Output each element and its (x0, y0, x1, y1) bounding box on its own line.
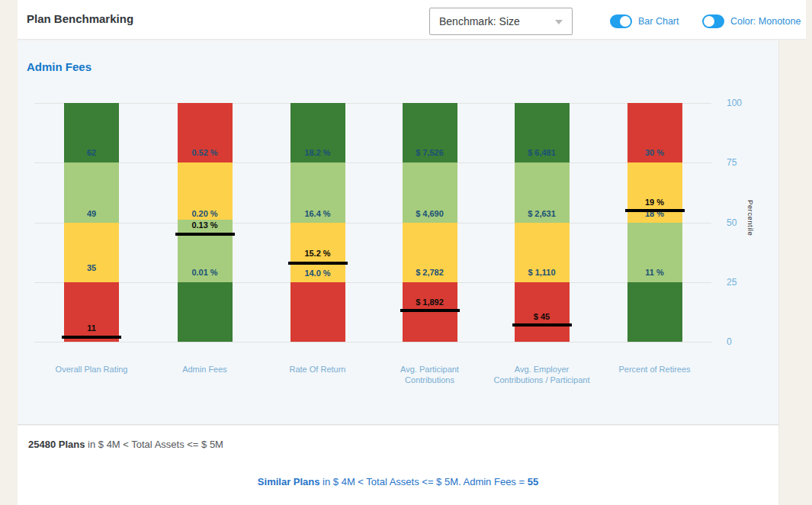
bar-segment-lightgreen[interactable] (64, 162, 119, 222)
bar-segment-yellow[interactable] (515, 223, 570, 282)
color-monotone-toggle-group: Color: Monotone (702, 14, 801, 28)
bar-segment-red[interactable] (178, 103, 233, 162)
bar-chart-toggle-label: Bar Chart (638, 16, 679, 27)
bar-segment-darkgreen[interactable] (515, 103, 570, 162)
header-bar: Plan Benchmarking Benchmark: Size Bar Ch… (18, 0, 806, 40)
bar-segment-yellow[interactable] (627, 162, 682, 222)
bar-chart-toggle[interactable] (610, 14, 632, 28)
bar-segment-yellow[interactable] (290, 223, 345, 282)
bar-segment-darkgreen[interactable] (64, 103, 119, 162)
bar-chart-toggle-group: Bar Chart (610, 14, 679, 28)
page-title: Plan Benchmarking (27, 12, 133, 25)
bar-segment-darkgreen[interactable] (403, 103, 457, 162)
bar-segment-red[interactable] (515, 282, 570, 342)
similar-plans-bold: Similar Plans (258, 476, 320, 487)
bar-segment-yellow[interactable] (403, 223, 457, 282)
plans-count-line: 25480 Plans in $ 4M < Total Assets <= $ … (28, 439, 223, 450)
toggle-knob (620, 16, 631, 27)
similar-plans-mid: in $ 4M < Total Assets <= $ 5M. Admin Fe… (320, 476, 528, 487)
chevron-down-icon (555, 20, 563, 24)
bar-segment-lightgreen[interactable] (627, 223, 682, 282)
color-monotone-toggle-label: Color: Monotone (730, 16, 801, 27)
benchmark-dropdown-value: Benchmark: Size (439, 15, 520, 27)
bar-segment-red[interactable] (627, 103, 682, 162)
plan-benchmarking-page: Plan Benchmarking Benchmark: Size Bar Ch… (0, 0, 812, 505)
toggle-knob (704, 16, 714, 27)
benchmark-dropdown[interactable]: Benchmark: Size (429, 8, 573, 35)
similar-plans-line: Similar Plans in $ 4M < Total Assets <= … (18, 476, 778, 487)
section-title: Admin Fees (27, 60, 91, 73)
plans-count-rest: in $ 4M < Total Assets <= $ 5M (85, 439, 223, 450)
bar-segment-lightgreen[interactable] (290, 162, 345, 222)
footer-section: 25480 Plans in $ 4M < Total Assets <= $ … (18, 426, 779, 505)
y-axis-title: Percentile (746, 200, 755, 236)
bar-segment-darkgreen[interactable] (290, 103, 345, 162)
bar-segment-darkgreen[interactable] (178, 282, 233, 342)
bar-segment-darkgreen[interactable] (627, 282, 682, 342)
bar-segment-red[interactable] (64, 282, 119, 342)
bar-segment-lightgreen[interactable] (515, 162, 570, 222)
color-monotone-toggle[interactable] (702, 14, 724, 28)
bar-segment-red[interactable] (403, 282, 457, 342)
similar-plans-value: 55 (528, 476, 538, 487)
bar-segment-yellow[interactable] (64, 223, 119, 282)
bar-segment-lightgreen[interactable] (178, 220, 233, 281)
bar-segment-lightgreen[interactable] (403, 162, 457, 222)
bar-segment-yellow[interactable] (178, 162, 233, 220)
plans-count-bold: 25480 Plans (28, 439, 85, 450)
bar-segment-red[interactable] (290, 282, 345, 342)
